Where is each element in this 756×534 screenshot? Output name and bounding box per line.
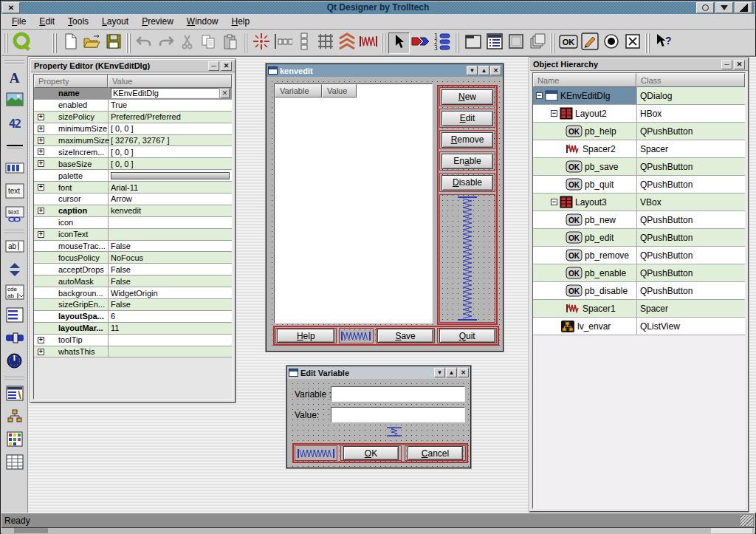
property-value[interactable]: 6 (108, 311, 232, 322)
close-icon[interactable]: ✕ (734, 60, 745, 69)
expand-icon[interactable]: + (38, 126, 44, 132)
expand-icon[interactable]: + (38, 137, 44, 144)
property-row-autoMask[interactable]: autoMaskFalse (34, 275, 232, 287)
expand-icon[interactable]: + (38, 114, 44, 120)
line-tool-button[interactable] (3, 135, 27, 158)
layout-vertical-button[interactable] (293, 32, 315, 54)
tab-order-button[interactable]: 123 (431, 32, 453, 54)
property-value[interactable] (108, 217, 232, 228)
property-row-cursor[interactable]: cursorArrow (34, 194, 232, 205)
vertical-spacer[interactable] (439, 194, 495, 323)
table-tool-button[interactable] (3, 452, 27, 475)
envvar-listview[interactable]: VariableValue (274, 83, 433, 324)
expand-icon[interactable]: + (38, 184, 44, 191)
name-column-header[interactable]: Name (533, 73, 636, 87)
pixmap-label-tool-button[interactable] (3, 89, 27, 112)
connect-signals-button[interactable] (410, 32, 431, 54)
collapse-icon[interactable]: − (536, 92, 543, 99)
list-view-tool-button[interactable] (3, 383, 27, 406)
vertical-spacer-small[interactable] (384, 426, 405, 440)
form-canvas[interactable]: VariableValue NewEditRemoveEnableDisable… (267, 77, 502, 350)
property-row-enabled[interactable]: enabledTrue (34, 100, 232, 112)
hierarchy-row-pb_remove[interactable]: OKpb_removeQPushButton (533, 247, 745, 264)
okcancel-hbox-layout[interactable]: OKCancel (292, 443, 468, 463)
property-row-sizeGripEn[interactable]: sizeGripEn...False (34, 299, 232, 311)
property-row-iconText[interactable]: +iconText (34, 229, 232, 241)
list-box-tool-button[interactable] (3, 305, 27, 328)
file-open-button[interactable] (81, 32, 103, 54)
bottom-hbox-layout[interactable]: HelpSaveQuit (273, 326, 499, 346)
property-value[interactable] (108, 229, 232, 240)
hierarchy-row-Spacer1[interactable]: Spacer1Spacer (533, 300, 745, 318)
collapse-icon[interactable]: − (551, 110, 557, 117)
property-row-sizeIncrem[interactable]: +sizeIncrem...[ 0, 0 ] (34, 146, 232, 158)
menu-layout[interactable]: Layout (95, 15, 135, 28)
property-value[interactable]: Arial-11 (108, 182, 232, 193)
clear-icon[interactable]: ✕ (220, 89, 230, 98)
frame-widget-button[interactable] (505, 32, 526, 54)
minimize-icon[interactable]: ─ (208, 61, 219, 71)
shade-icon[interactable]: ▼ (434, 368, 445, 377)
maximize-button[interactable] (735, 2, 752, 13)
cut-button[interactable] (176, 32, 198, 54)
property-value[interactable]: [ 0, 0 ] (108, 158, 232, 169)
toolbar-handle[interactable] (455, 33, 460, 53)
expand-icon[interactable]: + (38, 160, 44, 167)
toolbar-handle[interactable] (550, 33, 555, 53)
horizontal-spacer[interactable] (295, 445, 337, 461)
kenvedit-titlebar[interactable]: kenvedit ▼ ▲ ✕ (267, 64, 503, 77)
listview-widget-button[interactable] (484, 32, 505, 54)
toolbar-handle[interactable] (126, 33, 131, 53)
menu-file[interactable]: File (5, 15, 32, 28)
property-row-caption[interactable]: +captionkenvedit (34, 205, 232, 217)
name-value-input[interactable]: KEnvEditDlg (111, 88, 219, 98)
variable-input[interactable] (331, 386, 465, 402)
property-row-baseSize[interactable]: +baseSize[ 0, 0 ] (34, 158, 232, 170)
disable-button[interactable]: Disable (441, 175, 493, 191)
text-view-tool-button[interactable]: text (3, 181, 27, 204)
hierarchy-row-Layout2[interactable]: −Layout2HBox (533, 105, 745, 123)
hierarchy-row-pb_enable[interactable]: OKpb_enableQPushButton (533, 264, 745, 282)
groupbox-widget-button[interactable] (462, 32, 484, 54)
spin-box-tool-button[interactable] (3, 259, 27, 282)
property-row-toolTip[interactable]: +toolTip (34, 335, 232, 346)
property-row-layoutSpa[interactable]: layoutSpa...6 (34, 311, 232, 323)
expand-icon[interactable]: + (38, 208, 44, 214)
property-value[interactable] (108, 170, 232, 181)
property-row-palette[interactable]: palette (34, 170, 232, 182)
menu-window[interactable]: Window (180, 15, 225, 28)
toolbar-handle[interactable] (4, 229, 24, 234)
help-button[interactable]: Help (277, 329, 334, 343)
property-row-focusPolicy[interactable]: focusPolicyNoFocus (34, 252, 232, 264)
undo-button[interactable] (134, 32, 155, 54)
close-icon[interactable]: ✕ (221, 61, 232, 71)
close-icon[interactable]: ✕ (490, 66, 501, 75)
combo-box-tool-button[interactable]: cdeab (3, 282, 27, 305)
sticky-button[interactable] (696, 2, 714, 13)
toolbar-handle[interactable] (381, 33, 386, 53)
close-icon[interactable]: ✕ (458, 368, 469, 377)
widgetstack-widget-button[interactable] (526, 32, 548, 54)
expand-icon[interactable]: + (38, 349, 44, 355)
text-browser-tool-button[interactable]: text (3, 204, 27, 227)
property-row-sizePolicy[interactable]: +sizePolicyPreferred/Preferred (34, 112, 232, 123)
property-row-maximumSize[interactable]: +maximumSize[ 32767, 32767 ] (34, 135, 232, 147)
property-row-layoutMar[interactable]: layoutMar...11 (34, 323, 232, 335)
layout-grid-button[interactable] (315, 32, 336, 54)
property-row-acceptDrops[interactable]: acceptDropsFalse (34, 264, 232, 275)
property-row-backgroun[interactable]: backgroun...WidgetOrigin (34, 287, 232, 299)
expand-icon[interactable]: + (38, 231, 44, 238)
save-button[interactable]: Save (377, 329, 433, 343)
property-row-minimumSize[interactable]: +minimumSize[ 0, 0 ] (34, 123, 232, 135)
adjust-size-button[interactable] (250, 32, 272, 54)
unshade-icon[interactable]: ▲ (446, 368, 457, 377)
property-value[interactable]: [ 0, 0 ] (108, 146, 232, 157)
property-value[interactable]: False (108, 275, 232, 287)
property-value[interactable]: [ 0, 0 ] (108, 123, 232, 134)
new-button[interactable]: New (441, 89, 493, 105)
add-spacer-button[interactable] (357, 32, 379, 54)
break-layout-button[interactable] (336, 32, 357, 54)
radiobutton-widget-button[interactable] (600, 32, 622, 54)
property-editor-titlebar[interactable]: Property Editor (KEnvEditDlg) ─ ✕ (31, 60, 235, 72)
expand-icon[interactable]: + (38, 337, 44, 343)
